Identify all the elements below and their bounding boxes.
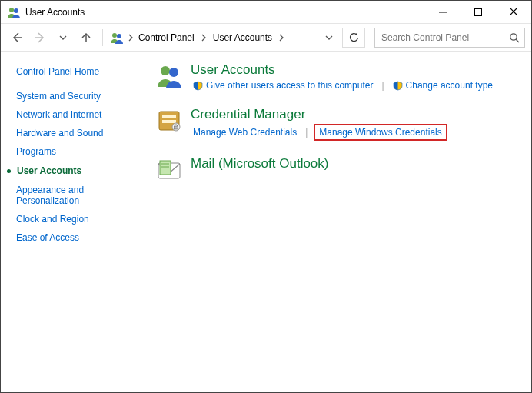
- sidebar-item-network-internet[interactable]: Network and Internet: [16, 105, 146, 124]
- forward-button[interactable]: [30, 28, 50, 48]
- crumb-user-accounts[interactable]: User Accounts: [211, 30, 274, 45]
- search-box[interactable]: [374, 28, 525, 48]
- sidebar-current-label: User Accounts: [17, 165, 81, 176]
- link-manage-web-credentials[interactable]: Manage Web Credentials: [191, 126, 299, 138]
- maximize-button[interactable]: [461, 1, 496, 24]
- link-manage-windows-credentials[interactable]: Manage Windows Credentials: [314, 124, 447, 141]
- addressbar-icon: [109, 30, 125, 45]
- search-icon[interactable]: [509, 32, 520, 43]
- sidebar-item-user-accounts[interactable]: User Accounts: [16, 161, 146, 181]
- category-credential-manager: Credential Manager Manage Web Credential…: [155, 107, 524, 141]
- content-area: User Accounts Give other users access to…: [151, 52, 531, 392]
- svg-point-9: [112, 33, 117, 38]
- sidebar-control-panel-home[interactable]: Control Panel Home: [16, 62, 146, 81]
- svg-rect-17: [162, 120, 176, 123]
- window-title: User Accounts: [25, 7, 85, 18]
- sidebar-item-clock-region[interactable]: Clock and Region: [16, 210, 146, 228]
- refresh-button[interactable]: [342, 28, 365, 48]
- back-button[interactable]: [7, 28, 27, 48]
- category-title-credential-manager[interactable]: Credential Manager: [191, 107, 447, 122]
- sidebar-item-appearance-personalization[interactable]: Appearance and Personalization: [16, 181, 116, 210]
- sidebar-item-system-security[interactable]: System and Security: [16, 87, 146, 105]
- category-user-accounts: User Accounts Give other users access to…: [155, 62, 524, 92]
- up-button[interactable]: [76, 28, 96, 48]
- svg-point-11: [510, 33, 517, 39]
- close-button[interactable]: [496, 1, 531, 24]
- category-title-mail[interactable]: Mail (Microsoft Outlook): [191, 156, 328, 172]
- address-dropdown-button[interactable]: [318, 28, 340, 48]
- category-mail: Mail (Microsoft Outlook): [155, 156, 524, 184]
- user-accounts-icon: [7, 5, 21, 19]
- sidebar-item-hardware-sound[interactable]: Hardware and Sound: [16, 124, 146, 142]
- sidebar: Control Panel Home System and Security N…: [1, 52, 151, 392]
- recent-locations-button[interactable]: [53, 28, 73, 48]
- link-label: Give other users access to this computer: [206, 80, 373, 91]
- current-marker-icon: [7, 169, 11, 173]
- minimize-button[interactable]: [425, 1, 461, 24]
- svg-rect-3: [475, 8, 482, 15]
- mail-icon: [155, 156, 183, 184]
- user-accounts-category-icon: [155, 62, 183, 90]
- svg-rect-16: [162, 115, 176, 118]
- sidebar-item-programs[interactable]: Programs: [16, 142, 146, 161]
- svg-rect-22: [160, 161, 171, 175]
- svg-point-10: [117, 34, 121, 38]
- breadcrumb: Control Panel User Accounts: [137, 30, 315, 45]
- svg-point-0: [9, 8, 14, 12]
- toolbar: Control Panel User Accounts: [1, 24, 531, 52]
- shield-icon: [393, 81, 403, 91]
- svg-point-14: [169, 68, 178, 77]
- chevron-right-icon[interactable]: [277, 34, 286, 42]
- sidebar-item-ease-of-access[interactable]: Ease of Access: [16, 228, 146, 247]
- svg-line-12: [516, 39, 519, 42]
- chevron-right-icon[interactable]: [128, 34, 134, 42]
- svg-rect-20: [175, 126, 178, 129]
- divider: [102, 29, 103, 46]
- titlebar: User Accounts: [1, 1, 531, 24]
- link-give-access[interactable]: Give other users access to this computer: [191, 79, 375, 92]
- divider: |: [381, 80, 384, 91]
- crumb-control-panel[interactable]: Control Panel: [137, 30, 196, 45]
- link-change-account-type[interactable]: Change account type: [391, 79, 495, 92]
- divider: |: [305, 127, 308, 138]
- svg-point-1: [14, 8, 18, 13]
- search-input[interactable]: [380, 32, 509, 44]
- svg-point-13: [161, 66, 170, 75]
- chevron-right-icon[interactable]: [199, 34, 208, 42]
- category-title-user-accounts[interactable]: User Accounts: [191, 62, 495, 78]
- credential-manager-icon: [155, 107, 183, 135]
- shield-icon: [193, 81, 203, 91]
- link-label: Change account type: [406, 80, 493, 91]
